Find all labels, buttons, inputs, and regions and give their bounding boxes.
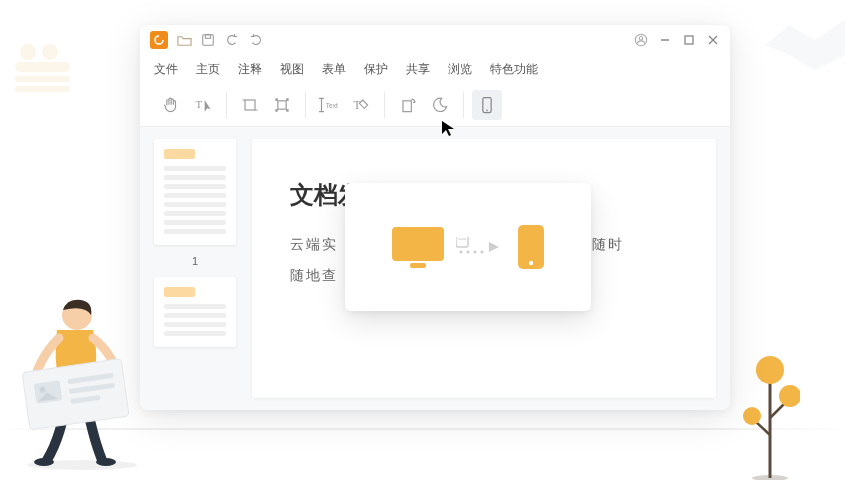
menu-browse[interactable]: 浏览 (448, 61, 472, 78)
svg-point-15 (639, 37, 643, 41)
phone-icon (516, 223, 546, 271)
redo-icon[interactable] (248, 32, 264, 48)
menu-features[interactable]: 特色功能 (490, 61, 538, 78)
svg-rect-12 (203, 35, 214, 46)
quick-access-toolbar (176, 32, 264, 48)
svg-point-11 (752, 475, 788, 480)
doc-body-frag3: 随地查 (290, 267, 338, 283)
svg-point-9 (743, 407, 761, 425)
toolbar: T Text T (140, 83, 730, 127)
menu-share[interactable]: 共享 (406, 61, 430, 78)
open-folder-icon[interactable] (176, 32, 192, 48)
svg-rect-34 (403, 100, 411, 111)
svg-point-8 (756, 356, 784, 384)
svg-point-47 (529, 261, 533, 265)
menubar: 文件 主页 注释 视图 表单 保护 共享 浏览 特色功能 (140, 55, 730, 83)
sync-tooltip-card (345, 183, 591, 311)
svg-rect-37 (392, 227, 444, 261)
send-to-mobile-tool[interactable] (472, 90, 502, 120)
menu-protect[interactable]: 保护 (364, 61, 388, 78)
svg-point-49 (34, 458, 54, 466)
svg-point-43 (466, 250, 469, 253)
svg-point-10 (779, 385, 800, 407)
svg-rect-28 (286, 109, 289, 112)
svg-rect-27 (275, 109, 278, 112)
undo-icon[interactable] (224, 32, 240, 48)
svg-rect-21 (245, 100, 255, 110)
app-window: 文件 主页 注释 视图 表单 保护 共享 浏览 特色功能 T (140, 25, 730, 410)
bg-decor-handshake (760, 0, 850, 90)
menu-file[interactable]: 文件 (154, 61, 178, 78)
text-field-tool[interactable]: Text (314, 90, 344, 120)
sync-arrow-icon (456, 237, 506, 257)
monitor-icon (390, 223, 446, 271)
document-viewport[interactable]: 文档发 云端实 捷，随时 随地查 (250, 127, 730, 410)
svg-point-36 (486, 109, 488, 111)
doc-body-frag1: 云端实 (290, 236, 338, 252)
user-icon[interactable] (634, 33, 648, 47)
menu-comment[interactable]: 注释 (238, 61, 262, 78)
menu-view[interactable]: 视图 (280, 61, 304, 78)
titlebar (140, 25, 730, 55)
page-thumbnail-2[interactable] (154, 277, 236, 347)
sync-graphic (390, 223, 546, 271)
minimize-icon[interactable] (658, 33, 672, 47)
svg-rect-53 (34, 380, 63, 403)
crop-tool[interactable] (235, 90, 265, 120)
page-thumbnail-1[interactable] (154, 139, 236, 245)
menu-form[interactable]: 表单 (322, 61, 346, 78)
svg-point-45 (480, 250, 483, 253)
app-logo (150, 31, 168, 49)
svg-rect-3 (15, 76, 70, 82)
svg-rect-13 (205, 35, 210, 39)
bg-decor-tree (740, 340, 800, 480)
svg-text:T: T (354, 99, 361, 112)
svg-text:T: T (196, 98, 203, 110)
svg-rect-2 (15, 62, 70, 72)
content-area: 1 文档发 云端实 捷，随时 随地查 (140, 127, 730, 410)
svg-rect-26 (286, 98, 289, 101)
select-tool[interactable]: T (188, 90, 218, 120)
svg-rect-17 (685, 36, 693, 44)
window-controls (634, 33, 720, 47)
hand-tool[interactable] (156, 90, 186, 120)
menu-home[interactable]: 主页 (196, 61, 220, 78)
svg-rect-25 (275, 98, 278, 101)
transform-tool[interactable] (267, 90, 297, 120)
svg-point-44 (473, 250, 476, 253)
illustration-person (7, 260, 157, 470)
svg-point-42 (459, 250, 462, 253)
night-mode-tool[interactable] (425, 90, 455, 120)
rotate-tool[interactable] (393, 90, 423, 120)
svg-point-50 (96, 458, 116, 466)
maximize-icon[interactable] (682, 33, 696, 47)
svg-text:Text: Text (326, 102, 338, 109)
text-edit-tool[interactable]: T (346, 90, 376, 120)
svg-rect-38 (410, 263, 426, 268)
svg-point-1 (42, 44, 58, 60)
page-thumbnail-1-label: 1 (154, 255, 236, 267)
bg-decor-people (10, 40, 80, 100)
svg-point-0 (20, 44, 36, 60)
close-icon[interactable] (706, 33, 720, 47)
svg-rect-24 (278, 100, 286, 108)
svg-rect-4 (15, 86, 70, 92)
save-icon[interactable] (200, 32, 216, 48)
